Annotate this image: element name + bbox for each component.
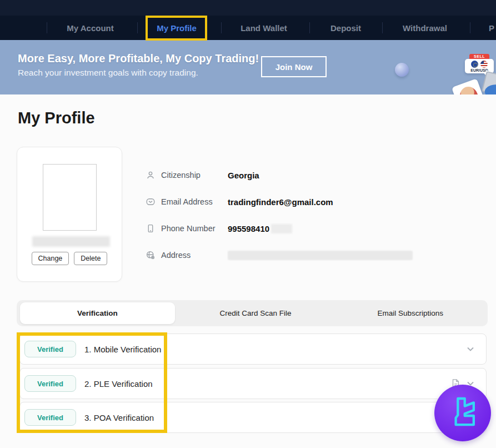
banner-subtitle: Reach your investment goals with copy tr… [18, 68, 198, 78]
nav-divider [221, 22, 222, 33]
profile-tabbar: Verification Credit Card Scan File Email… [17, 300, 488, 326]
redacted-name [32, 236, 110, 247]
chevron-down-icon[interactable] [466, 345, 475, 354]
row-mobile-verification[interactable]: Verified 1. Mobile Verification [19, 333, 487, 365]
row-title: 3. POA Verification [84, 413, 154, 422]
status-badge: Verified [24, 409, 76, 426]
field-value: Georgia [228, 171, 259, 180]
sell-ticker-widget: SELL EUR/USD [465, 54, 494, 73]
field-label: Address [161, 251, 228, 260]
eu-flag-icon [471, 61, 478, 68]
status-badge: Verified [24, 341, 76, 357]
delete-photo-button[interactable]: Delete [74, 252, 107, 265]
tradingfinder-logo [434, 385, 491, 441]
change-photo-button[interactable]: Change [32, 252, 69, 265]
field-label: Phone Number [161, 224, 228, 233]
field-phone: Phone Number 995598410 [146, 222, 434, 235]
person-icon [146, 170, 156, 180]
nav-item-my-profile[interactable]: My Profile [146, 16, 207, 40]
hand-phone-decoration [479, 72, 496, 94]
status-badge: Verified [24, 375, 76, 392]
profile-photo-card: Change Delete [17, 147, 122, 282]
tab-verification[interactable]: Verification [20, 302, 175, 324]
nav-divider [137, 22, 138, 33]
envelope-icon [146, 197, 156, 207]
nav-item-partial[interactable]: P [482, 16, 496, 40]
logo-glyph [445, 395, 480, 431]
redacted-address [228, 251, 413, 260]
row-title: 1. Mobile Verification [84, 345, 161, 354]
tab-credit-card-scan-file[interactable]: Credit Card Scan File [178, 300, 333, 326]
nav-divider [382, 22, 383, 33]
sell-tag: SELL [469, 54, 489, 59]
copy-trading-banner: More Easy, More Profitable, My Copy Trad… [0, 40, 496, 94]
nav-item-deposit[interactable]: Deposit [317, 16, 375, 40]
field-label: Citizenship [161, 171, 228, 180]
nav-divider [47, 22, 47, 33]
row-poa-verification[interactable]: Verified 3. POA Verification [19, 402, 487, 433]
photo-placeholder [43, 164, 97, 231]
nav-item-land-wallet[interactable]: Land Wallet [228, 16, 300, 40]
field-value: 995598410 [228, 224, 292, 233]
field-email: Email Address tradingfinder6@gmail.com [146, 195, 434, 208]
phone-value: 995598410 [228, 224, 269, 233]
row-ple-verification[interactable]: Verified 2. PLE Verification [19, 368, 487, 399]
field-address: Address [146, 248, 434, 262]
phone-icon [146, 223, 156, 233]
field-value: tradingfinder6@gmail.com [228, 197, 333, 207]
nav-divider [309, 22, 310, 33]
us-flag-icon [480, 61, 488, 68]
join-now-button[interactable]: Join Now [261, 56, 327, 77]
nav-item-my-account[interactable]: My Account [56, 16, 125, 40]
main-navbar: My Account My Profile Land Wallet Deposi… [0, 16, 496, 40]
page-title: My Profile [18, 109, 95, 127]
banner-title: More Easy, More Profitable, My Copy Trad… [18, 52, 259, 65]
nav-divider [470, 22, 470, 33]
my-profile-page: My Account My Profile Land Wallet Deposi… [0, 0, 496, 448]
redacted-phone-suffix [271, 224, 292, 233]
top-strip [0, 0, 496, 16]
field-label: Email Address [161, 197, 228, 206]
nav-item-withdrawal[interactable]: Withdrawal [392, 16, 458, 40]
tab-email-subscriptions[interactable]: Email Subscriptions [333, 300, 488, 326]
field-citizenship: Citizenship Georgia [146, 168, 434, 182]
row-title: 2. PLE Verification [84, 379, 153, 389]
globe-pin-icon [146, 250, 156, 260]
sphere-decoration [395, 63, 409, 77]
